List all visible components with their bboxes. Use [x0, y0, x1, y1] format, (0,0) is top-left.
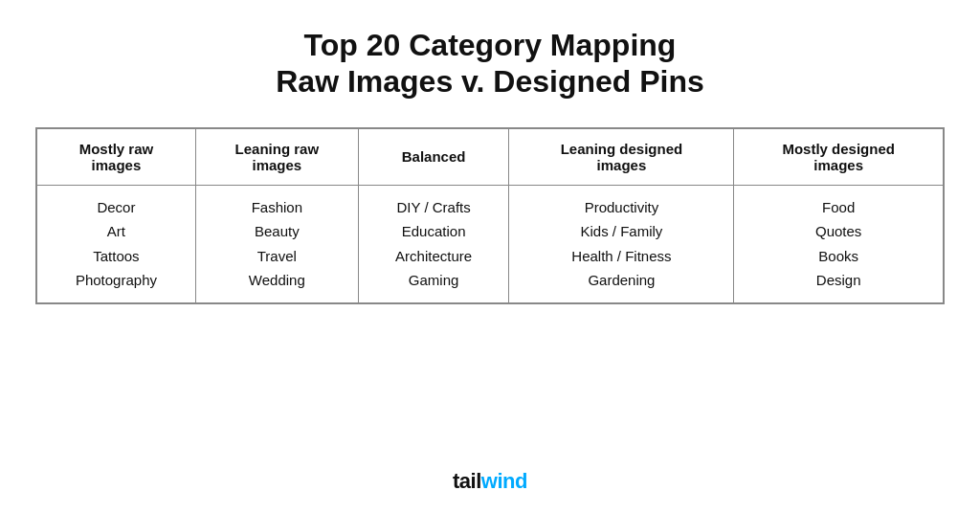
cell-mostly-designed: FoodQuotesBooksDesign — [734, 185, 944, 302]
col-header-leaning-raw: Leaning rawimages — [195, 128, 358, 185]
footer: tailwind — [453, 459, 527, 494]
col-header-mostly-raw: Mostly rawimages — [37, 128, 196, 185]
title-block: Top 20 Category Mapping Raw Images v. De… — [276, 27, 704, 100]
title-line-2: Raw Images v. Designed Pins — [276, 63, 704, 100]
page-wrapper: Top 20 Category Mapping Raw Images v. De… — [0, 0, 980, 513]
cell-mostly-raw: DecorArtTattoosPhotography — [37, 185, 196, 302]
cell-balanced: DIY / CraftsEducationArchitectureGaming — [358, 185, 509, 302]
table-header-row: Mostly rawimages Leaning rawimages Balan… — [37, 128, 944, 185]
category-table-container: Mostly rawimages Leaning rawimages Balan… — [35, 127, 945, 304]
col-header-balanced: Balanced — [358, 128, 509, 185]
col-header-leaning-designed: Leaning designedimages — [509, 128, 734, 185]
cell-leaning-raw: FashionBeautyTravelWedding — [195, 185, 358, 302]
brand-tail: tail — [453, 469, 481, 494]
category-table: Mostly rawimages Leaning rawimages Balan… — [36, 128, 944, 303]
table-row: DecorArtTattoosPhotography FashionBeauty… — [37, 185, 944, 302]
brand-wind: wind — [481, 469, 527, 494]
cell-leaning-designed: ProductivityKids / FamilyHealth / Fitnes… — [509, 185, 734, 302]
col-header-mostly-designed: Mostly designedimages — [734, 128, 944, 185]
title-line-1: Top 20 Category Mapping — [276, 27, 704, 63]
